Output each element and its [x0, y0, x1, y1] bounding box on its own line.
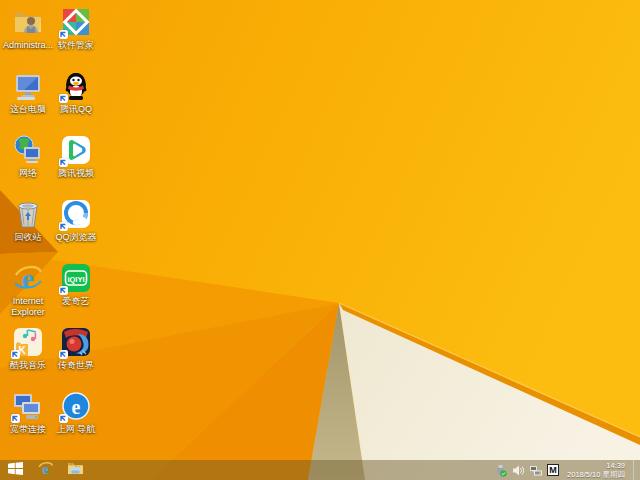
desktop-icon-label: QQ浏览器 [46, 232, 106, 243]
shortcut-arrow-icon [59, 350, 68, 359]
desktop-icon-qq-browser[interactable]: QQ浏览器 [46, 198, 106, 243]
usb-safely-remove-icon[interactable] [493, 463, 507, 477]
desktop-icon-label: 软件管家 [46, 40, 106, 51]
desktop[interactable]: Administra... 这台电脑 [0, 0, 640, 480]
clock-date: 2018/5/10 星期四 [567, 470, 625, 479]
taskbar-internet-explorer-button[interactable]: e [30, 460, 60, 480]
volume-icon[interactable] [511, 463, 525, 477]
input-method-indicator[interactable]: M [547, 464, 559, 476]
desktop-icon-label: 腾讯QQ [46, 104, 106, 115]
desktop-icon-label: 上网 导航 [46, 424, 106, 435]
internet-explorer-icon: e [37, 460, 54, 480]
shortcut-arrow-icon [59, 222, 68, 231]
clock-time: 14:39 [567, 461, 625, 470]
chuanqi-shijie-icon [60, 326, 92, 358]
show-desktop-button[interactable] [633, 460, 638, 480]
desktop-icon-chuanqi-shijie[interactable]: 传奇世界 [46, 326, 106, 371]
desktop-icon-iqiyi[interactable]: iQIYI 爱奇艺 [46, 262, 106, 307]
user-folder-icon [12, 6, 44, 38]
svg-text:e: e [72, 396, 81, 418]
tencent-qq-icon [60, 70, 92, 102]
internet-explorer-icon: e [12, 262, 44, 294]
desktop-icon-label: 爱奇艺 [46, 296, 106, 307]
qq-browser-icon [60, 198, 92, 230]
desktop-icon-label: 传奇世界 [46, 360, 106, 371]
web-navigation-icon: e [60, 390, 92, 422]
svg-text:*: * [538, 470, 541, 477]
shortcut-arrow-icon [11, 414, 20, 423]
desktop-icon-web-navigation[interactable]: e 上网 导航 [46, 390, 106, 435]
desktop-icon-tencent-video[interactable]: 腾讯视频 [46, 134, 106, 179]
network-icon [12, 134, 44, 166]
this-pc-icon [12, 70, 44, 102]
shortcut-arrow-icon [59, 286, 68, 295]
kuwo-music-icon: K [12, 326, 44, 358]
taskbar-file-explorer-button[interactable] [60, 460, 90, 480]
svg-text:iQIYI: iQIYI [67, 275, 84, 284]
shortcut-arrow-icon [11, 350, 20, 359]
shortcut-arrow-icon [59, 30, 68, 39]
desktop-icon-tencent-qq[interactable]: 腾讯QQ [46, 70, 106, 115]
shortcut-arrow-icon [59, 94, 68, 103]
broadband-connection-icon [12, 390, 44, 422]
tencent-video-icon [60, 134, 92, 166]
taskbar-clock[interactable]: 14:39 2018/5/10 星期四 [563, 461, 629, 479]
desktop-icon-label: 腾讯视频 [46, 168, 106, 179]
network-warning-icon[interactable]: * [529, 463, 543, 477]
iqiyi-icon: iQIYI [60, 262, 92, 294]
desktop-icon-software-manager[interactable]: 软件管家 [46, 6, 106, 51]
shortcut-arrow-icon [59, 158, 68, 167]
start-button[interactable] [0, 460, 30, 480]
recycle-bin-icon [12, 198, 44, 230]
taskbar: e [0, 460, 640, 480]
windows-logo-icon [8, 461, 23, 479]
shortcut-arrow-icon [59, 414, 68, 423]
file-explorer-icon [67, 461, 84, 480]
system-tray: * M 14:39 2018/5/10 星期四 [493, 460, 640, 480]
software-manager-icon [60, 6, 92, 38]
